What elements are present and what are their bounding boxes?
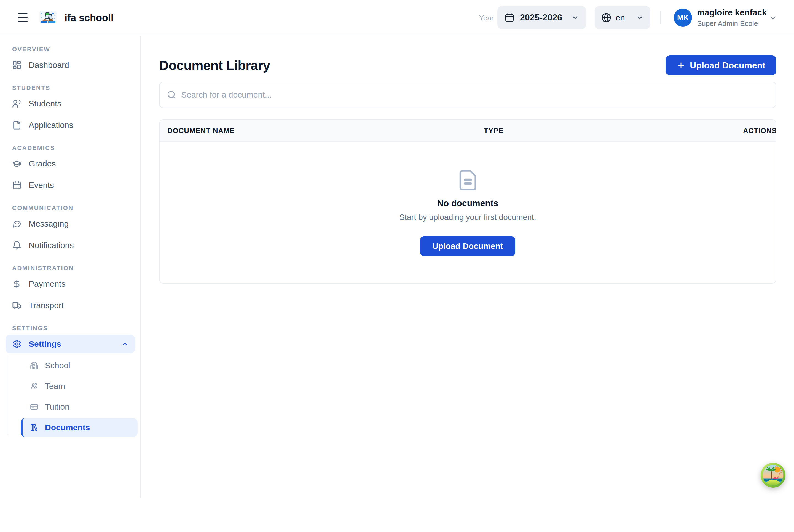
documents-table: DOCUMENT NAME TYPE ACTIONS No documents … — [159, 119, 776, 284]
year-value: 2025-2026 — [520, 13, 562, 23]
user-menu[interactable]: magloire kenfack Super Admin École — [697, 7, 767, 28]
sidebar-item-label: Dashboard — [29, 60, 69, 70]
sidebar-item-label: Students — [29, 99, 61, 108]
calendar-icon — [505, 13, 514, 23]
sidebar-item-label: Events — [29, 180, 54, 190]
user-name: magloire kenfack — [697, 7, 767, 18]
file-icon — [12, 120, 21, 130]
section-label-academics: ACADEMICS — [12, 145, 140, 152]
language-selector[interactable]: en — [595, 6, 650, 29]
sidebar-item-applications[interactable]: Applications — [5, 116, 135, 134]
team-icon — [30, 382, 38, 390]
app-root: { "colors": { "primary": "#1D4ED8", "act… — [0, 0, 794, 532]
graduation-cap-icon — [12, 159, 21, 168]
sidebar-item-label: Transport — [29, 301, 64, 310]
bell-icon — [12, 241, 21, 250]
column-header-document-name: DOCUMENT NAME — [159, 127, 484, 135]
sidebar-item-dashboard[interactable]: Dashboard — [5, 56, 135, 74]
settings-submenu: School Team Tuition Documents — [0, 356, 140, 437]
table-header-row: DOCUMENT NAME TYPE ACTIONS — [159, 120, 776, 142]
upload-button-label: Upload Document — [690, 60, 765, 71]
sidebar-item-label: Notifications — [29, 241, 74, 250]
truck-icon — [12, 301, 21, 310]
user-role: Super Admin École — [697, 19, 767, 28]
section-label-communication: COMMUNICATION — [12, 205, 140, 212]
column-header-actions: ACTIONS — [743, 127, 776, 135]
upload-document-button[interactable]: Upload Document — [665, 55, 776, 75]
library-icon — [30, 423, 38, 432]
calendar-days-icon — [12, 180, 21, 190]
school-year-selector[interactable]: 2025-2026 — [497, 6, 586, 29]
dollar-icon — [12, 279, 21, 289]
column-header-type: TYPE — [484, 127, 743, 135]
island-widget-button[interactable] — [760, 462, 786, 488]
search-input[interactable] — [181, 90, 769, 99]
chevron-down-icon — [636, 14, 644, 21]
sidebar-item-label: Tuition — [45, 402, 70, 412]
sidebar-item-students[interactable]: Students — [5, 94, 135, 113]
sidebar-item-documents[interactable]: Documents — [21, 418, 137, 437]
sidebar-item-settings[interactable]: Settings — [5, 335, 135, 354]
main-content: Document Library Upload Document DOCUMEN… — [141, 36, 794, 284]
empty-state-subtitle: Start by uploading your first document. — [399, 213, 536, 222]
year-label: Year — [479, 14, 494, 22]
chevron-up-icon — [121, 340, 129, 348]
sidebar-item-label: Settings — [29, 339, 61, 349]
top-header: ifa schooll Year 2025-2026 en MK magloir… — [0, 0, 794, 35]
sidebar-item-grades[interactable]: Grades — [5, 154, 135, 173]
section-label-administration: ADMINISTRATION — [12, 265, 140, 272]
header-divider — [660, 11, 661, 24]
sidebar-item-label: Grades — [29, 159, 56, 168]
section-label-students: STUDENTS — [12, 84, 140, 92]
document-icon — [457, 169, 479, 192]
empty-upload-button-label: Upload Document — [432, 242, 503, 251]
language-value: en — [616, 13, 625, 22]
plus-icon — [677, 61, 685, 70]
sidebar-item-school[interactable]: School — [21, 356, 137, 375]
menu-icon[interactable] — [18, 13, 27, 22]
empty-state-title: No documents — [437, 198, 498, 208]
empty-state: No documents Start by uploading your fir… — [159, 142, 776, 283]
island-icon — [760, 462, 786, 488]
sidebar-item-tuition[interactable]: Tuition — [21, 398, 137, 416]
sidebar-item-label: School — [45, 361, 70, 370]
sidebar-item-transport[interactable]: Transport — [5, 296, 135, 315]
avatar[interactable]: MK — [674, 8, 692, 27]
search-bar — [159, 81, 776, 108]
sidebar-item-label: Applications — [29, 120, 73, 130]
chevron-down-icon[interactable] — [769, 14, 777, 22]
sidebar-item-events[interactable]: Events — [5, 176, 135, 195]
gear-icon — [12, 339, 21, 349]
brand-name: ifa schooll — [64, 12, 114, 24]
sidebar-item-notifications[interactable]: Notifications — [5, 236, 135, 255]
sidebar-item-label: Messaging — [29, 219, 69, 229]
avatar-initials: MK — [677, 14, 689, 22]
brand-logo — [39, 11, 57, 24]
globe-icon — [601, 13, 611, 23]
sidebar-item-label: Payments — [29, 279, 65, 289]
dashboard-icon — [12, 60, 21, 70]
page-title: Document Library — [159, 58, 270, 73]
sidebar-item-messaging[interactable]: Messaging — [5, 214, 135, 233]
credit-card-icon — [30, 403, 38, 411]
sidebar: OVERVIEW Dashboard STUDENTS Students App… — [0, 36, 141, 498]
chevron-down-icon — [571, 14, 579, 21]
sidebar-item-payments[interactable]: Payments — [5, 274, 135, 293]
sidebar-item-label: Documents — [45, 423, 90, 432]
message-bubble-icon — [12, 219, 21, 229]
empty-upload-button[interactable]: Upload Document — [420, 236, 515, 256]
section-label-overview: OVERVIEW — [12, 46, 140, 53]
school-building-icon — [30, 361, 38, 369]
search-icon — [167, 90, 176, 99]
section-label-settings: SETTINGS — [12, 325, 140, 332]
sidebar-item-label: Team — [45, 381, 65, 391]
sidebar-item-team[interactable]: Team — [21, 377, 137, 396]
users-icon — [12, 99, 21, 108]
